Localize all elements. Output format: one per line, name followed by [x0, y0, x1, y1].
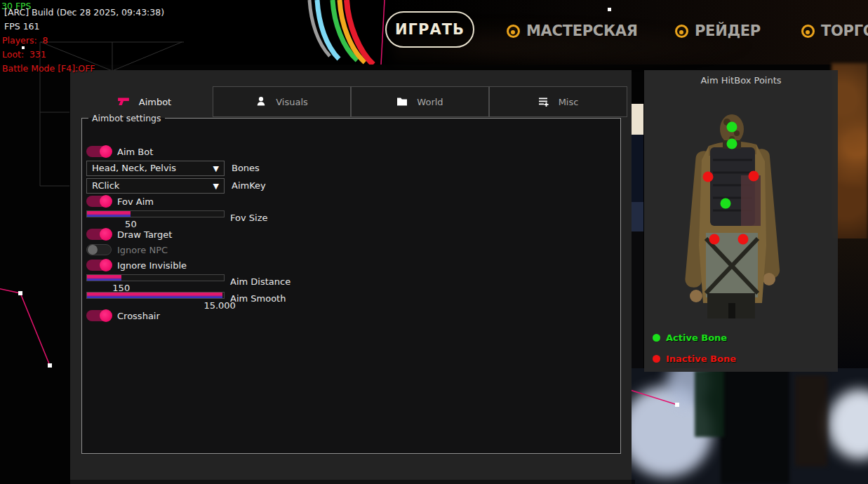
aim-smooth-label: Aim Smooth	[230, 293, 286, 304]
aimkey-label: AimKey	[232, 180, 266, 191]
fov-aim-toggle[interactable]	[86, 196, 112, 207]
ignore-npc-toggle[interactable]	[86, 244, 112, 255]
menu-item-label: РЕЙДЕР	[695, 22, 761, 39]
ignore-invisible-label: Ignore Invisible	[117, 260, 187, 271]
hud-fps: FPS 161	[4, 21, 40, 32]
bone-point-pelvis[interactable]	[721, 199, 731, 209]
aim-bot-toggle[interactable]	[86, 146, 112, 157]
group-title: Aimbot settings	[88, 113, 165, 123]
tab-label: Aimbot	[139, 97, 171, 107]
draw-target-toggle[interactable]	[86, 229, 112, 240]
play-button[interactable]: ИГРАТЬ	[385, 11, 474, 48]
fov-size-slider[interactable]: 50	[86, 210, 225, 217]
scene-bottom-right	[628, 368, 868, 484]
hitbox-panel: Aim HitBox Points Active Bone	[644, 70, 838, 372]
ignore-invisible-toggle[interactable]	[86, 260, 112, 271]
coin-icon	[801, 25, 815, 38]
aimkey-dropdown[interactable]: RClick▼	[86, 178, 225, 194]
aim-smooth-slider[interactable]: 15.000	[86, 292, 225, 299]
menu-item-label: МАСТЕРСКАЯ	[526, 22, 638, 39]
menu-item-trade[interactable]: ТОРГО	[801, 21, 868, 41]
player-model	[644, 70, 838, 372]
playlist-add-icon	[538, 96, 549, 107]
pistol-icon	[117, 97, 130, 107]
person-icon	[255, 96, 267, 107]
fov-aim-label: Fov Aim	[117, 196, 154, 208]
chevron-down-icon: ▼	[213, 180, 219, 194]
bone-point-head[interactable]	[727, 122, 737, 133]
dark-structure	[721, 368, 789, 484]
tab-label: World	[417, 97, 443, 107]
draw-target-label: Draw Target	[117, 229, 172, 241]
ignore-npc-label: Ignore NPC	[117, 245, 168, 256]
bone-point-right-arm[interactable]	[749, 171, 759, 182]
legend-inactive-bone: Inactive Bone	[653, 353, 736, 364]
tab-label: Visuals	[276, 97, 308, 107]
menu-item-workshop[interactable]: МАСТЕРСКАЯ	[507, 21, 638, 41]
chevron-down-icon: ▼	[213, 162, 219, 176]
scene-navy-block	[631, 135, 643, 202]
green-sign	[695, 370, 724, 437]
game-screen: ИГРАТЬ МАСТЕРСКАЯ РЕЙДЕР ТОРГО	[0, 0, 868, 484]
bones-label: Bones	[232, 163, 260, 174]
inactive-bone-dot-icon	[653, 355, 660, 363]
crosshair-toggle[interactable]	[86, 310, 112, 321]
scene-navy-block-light	[631, 202, 643, 231]
rainbow-graphic	[298, 0, 382, 65]
folder-icon	[396, 97, 408, 107]
bone-point-left-leg[interactable]	[709, 234, 720, 245]
tab-label: Misc	[559, 97, 579, 107]
bone-point-neck[interactable]	[727, 139, 737, 149]
legend-active-bone: Active Bone	[653, 332, 727, 343]
menu-bottom-shade	[60, 480, 635, 484]
active-bone-dot-icon	[653, 334, 660, 342]
hud-battle-mode: Battle Mode [F4]:OFF	[2, 63, 95, 74]
dark-structure	[795, 375, 827, 466]
crosshair-label: Crosshair	[117, 311, 160, 322]
bones-dropdown[interactable]: Head, Neck, Pelvis▼	[86, 161, 225, 176]
fov-size-value: 50	[125, 219, 137, 229]
menu-item-label: ТОРГО	[821, 22, 868, 39]
aim-distance-slider[interactable]: 150	[86, 274, 225, 281]
aim-bot-label: Aim Bot	[117, 147, 153, 158]
bone-point-left-arm[interactable]	[703, 172, 714, 182]
scene-light-block	[631, 104, 643, 135]
menu-item-raider[interactable]: РЕЙДЕР	[675, 21, 761, 41]
cheat-menu-window: Aimbot Visuals World Misc	[70, 70, 632, 484]
hud-players: Players: 8	[2, 35, 48, 46]
aim-distance-label: Aim Distance	[230, 276, 291, 288]
coin-icon	[507, 25, 520, 38]
hud-build-info: [ARC] Build (Dec 28 2025, 09:43:38)	[4, 7, 164, 18]
snow-blob	[828, 389, 868, 459]
aimbot-settings-group: Aimbot settings Aim Bot Head, Neck, Pelv…	[81, 113, 621, 454]
scene-dark-strip	[631, 231, 643, 372]
fov-size-label: Fov Size	[230, 213, 267, 224]
hud-loot: Loot: 331	[2, 49, 46, 60]
bone-point-right-leg[interactable]	[738, 234, 749, 245]
coin-icon	[675, 25, 688, 38]
